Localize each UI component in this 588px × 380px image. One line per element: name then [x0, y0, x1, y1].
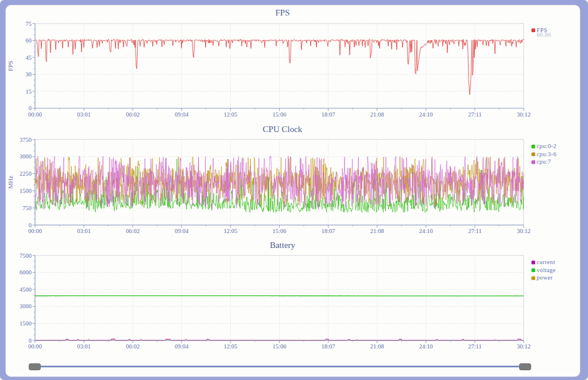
- chart-cpu-clock: 0750150022503000375000:0003:0106:0209:04…: [7, 137, 556, 235]
- legend-swatch: [532, 269, 536, 273]
- x-tick-label: 21:08: [370, 111, 384, 118]
- legend-label: cpu:7: [537, 158, 551, 165]
- legend-item[interactable]: voltage: [532, 267, 556, 273]
- legend-item[interactable]: cpu:0-2: [532, 143, 557, 149]
- chart-fps: 0153045607500:0003:0106:0209:0412:0515:0…: [7, 21, 551, 118]
- legend-label: cpu:3-6: [537, 151, 557, 157]
- x-tick-label: 06:02: [126, 111, 140, 118]
- legend-label: power: [537, 274, 553, 281]
- chart-title-cpu-clock: CPU Clock: [168, 125, 397, 134]
- x-tick-label: 03:01: [77, 111, 91, 118]
- chart-title-fps: FPS: [168, 9, 397, 17]
- x-tick-label: 15:06: [273, 111, 287, 118]
- x-tick-label: 18:07: [322, 343, 335, 350]
- y-tick-label: 60: [26, 37, 32, 44]
- x-tick-label: 09:04: [175, 228, 189, 234]
- y-tick-label: 6000: [20, 269, 32, 276]
- legend-label: cpu:0-2: [537, 143, 557, 149]
- x-tick-label: 27:11: [468, 343, 482, 350]
- x-tick-label: 27:11: [468, 111, 482, 118]
- legend-item[interactable]: current: [532, 259, 555, 265]
- legend-value: 60.86: [537, 32, 551, 38]
- y-tick-label: 30: [26, 71, 32, 77]
- x-tick-label: 21:08: [370, 343, 384, 350]
- y-tick-label: 0: [29, 222, 32, 228]
- y-tick-label: 750: [22, 205, 32, 211]
- legend-item[interactable]: power: [532, 274, 553, 281]
- x-tick-label: 03:01: [77, 343, 91, 350]
- x-tick-label: 09:04: [175, 111, 189, 118]
- legend-item[interactable]: cpu:3-6: [532, 151, 557, 157]
- y-tick-label: 2250: [20, 170, 32, 177]
- chart-battery: 01500300045006000750000:0003:0106:0209:0…: [20, 253, 556, 350]
- x-tick-label: 06:02: [126, 343, 140, 350]
- chart-title-battery: Battery: [168, 241, 397, 250]
- x-tick-label: 21:08: [370, 228, 384, 234]
- x-tick-label: 12:05: [223, 343, 237, 350]
- y-tick-label: 7500: [20, 253, 32, 259]
- x-tick-label: 30:12: [517, 111, 531, 118]
- x-tick-label: 00:00: [28, 228, 42, 234]
- slider-handle-left[interactable]: [29, 363, 41, 370]
- y-tick-label: 3000: [20, 153, 32, 160]
- x-tick-label: 24:10: [419, 228, 433, 234]
- x-tick-label: 18:07: [322, 111, 335, 118]
- x-tick-label: 00:00: [28, 343, 42, 350]
- x-tick-label: 09:04: [175, 343, 189, 350]
- y-tick-label: 0: [29, 105, 32, 111]
- legend-swatch: [532, 145, 536, 149]
- y-tick-label: 4500: [20, 286, 32, 293]
- legend-item[interactable]: cpu:7: [532, 158, 551, 165]
- y-tick-label: 45: [26, 55, 32, 61]
- y-tick-label: 3000: [20, 303, 32, 309]
- y-tick-label: 75: [26, 21, 32, 27]
- slider-track[interactable]: [34, 366, 525, 367]
- y-tick-label: 3750: [20, 137, 32, 143]
- legend-swatch: [532, 153, 536, 157]
- x-tick-label: 24:10: [419, 111, 433, 118]
- x-tick-label: 12:05: [223, 228, 237, 234]
- y-tick-label: 0: [29, 338, 32, 344]
- x-tick-label: 30:12: [517, 343, 531, 350]
- legend-swatch: [532, 276, 536, 280]
- charts-canvas: 0153045607500:0003:0106:0209:0412:0515:0…: [0, 0, 588, 380]
- x-tick-label: 06:02: [126, 228, 140, 234]
- x-tick-label: 30:12: [517, 228, 531, 234]
- y-axis-label: FPS: [7, 61, 14, 71]
- x-tick-label: 27:11: [468, 228, 482, 234]
- legend-label: voltage: [537, 267, 556, 273]
- x-tick-label: 24:10: [419, 343, 433, 350]
- legend-swatch: [532, 29, 536, 33]
- legend-item[interactable]: FPS60.86: [532, 27, 551, 38]
- legend-swatch: [532, 160, 536, 164]
- legend-swatch: [532, 261, 536, 265]
- x-tick-label: 12:05: [223, 111, 237, 118]
- x-tick-label: 18:07: [322, 228, 335, 234]
- slider-handle-right[interactable]: [519, 363, 531, 370]
- y-tick-label: 1500: [20, 320, 32, 327]
- plot-area[interactable]: [35, 255, 524, 340]
- x-tick-label: 00:00: [28, 111, 42, 118]
- y-tick-label: 1500: [20, 188, 32, 194]
- x-tick-label: 15:06: [273, 228, 287, 234]
- y-tick-label: 15: [26, 88, 32, 95]
- x-tick-label: 15:06: [273, 343, 287, 350]
- legend-label: current: [537, 259, 555, 265]
- x-tick-label: 03:01: [77, 228, 91, 234]
- y-axis-label: MHz: [7, 176, 14, 189]
